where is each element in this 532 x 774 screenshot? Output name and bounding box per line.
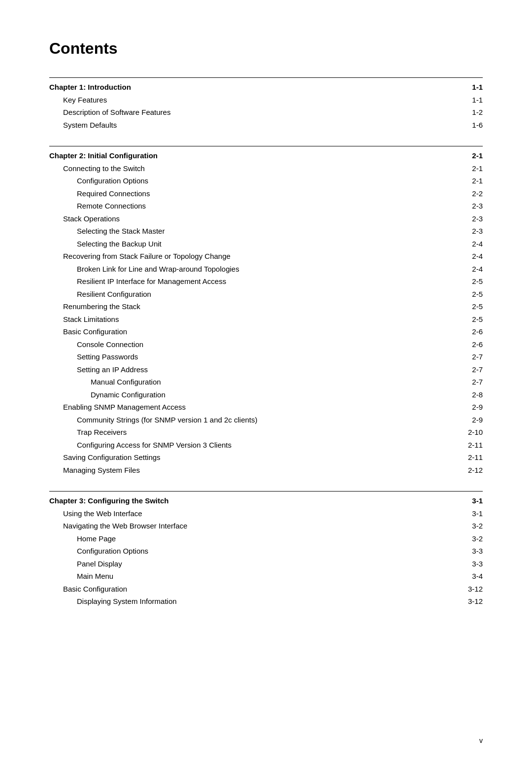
toc-entry: Renumbering the Stack2-5: [49, 300, 483, 313]
page-title: Contents: [49, 39, 483, 58]
toc-entry-label: Connecting to the Switch: [49, 162, 453, 175]
toc-entry: Basic Configuration2-6: [49, 325, 483, 338]
toc-entry: Stack Operations2-3: [49, 212, 483, 225]
toc-entry-label: Saving Configuration Settings: [49, 451, 453, 464]
toc-entry: Managing System Files2-12: [49, 464, 483, 477]
toc-entry-label: Dynamic Configuration: [49, 388, 453, 401]
toc-entry: Using the Web Interface3-1: [49, 507, 483, 520]
toc-entry-label: Home Page: [49, 532, 453, 545]
toc-entry: Main Menu3-4: [49, 570, 483, 583]
toc-entry: Configuration Options3-3: [49, 545, 483, 558]
toc-entry-page: 2-7: [453, 363, 483, 376]
toc-entry-label: Basic Configuration: [49, 583, 453, 596]
toc-entry-label: Basic Configuration: [49, 325, 453, 338]
toc-entry: Broken Link for Line and Wrap-around Top…: [49, 263, 483, 276]
toc-entry-label: Managing System Files: [49, 464, 453, 477]
toc-entry-page: 2-3: [453, 200, 483, 212]
toc-entry: Required Connections2-2: [49, 187, 483, 200]
toc-entry: Selecting the Stack Master2-3: [49, 225, 483, 238]
toc-entry-page: 2-6: [453, 338, 483, 351]
toc-entry-label: Required Connections: [49, 187, 453, 200]
toc-entry-page: 2-7: [453, 351, 483, 363]
toc-entry-page: 3-3: [453, 558, 483, 570]
chapter-label-chapter2: Chapter 2: Initial Configuration: [49, 149, 453, 162]
toc-entry-page: 2-1: [453, 175, 483, 187]
toc-entry-label: Selecting the Backup Unit: [49, 238, 453, 250]
chapter-page-chapter3: 3-1: [453, 494, 483, 507]
toc-entry-page: 2-11: [453, 451, 483, 464]
toc-entry: Home Page3-2: [49, 532, 483, 545]
toc-entry-page: 2-9: [453, 414, 483, 426]
toc-entry-page: 3-4: [453, 570, 483, 583]
toc-entry: System Defaults1-6: [49, 119, 483, 132]
toc-entry-page: 3-2: [453, 532, 483, 545]
toc-entry-label: Stack Operations: [49, 212, 453, 225]
toc-entry-label: Configuration Options: [49, 175, 453, 187]
toc-entry-label: Resilient IP Interface for Management Ac…: [49, 275, 453, 288]
toc-entry: Remote Connections2-3: [49, 200, 483, 212]
toc-entry: Setting an IP Address2-7: [49, 363, 483, 376]
toc-entry: Setting Passwords2-7: [49, 351, 483, 363]
toc-entry-label: Manual Configuration: [49, 376, 453, 388]
toc-entry-page: 2-3: [453, 212, 483, 225]
toc-entry-page: 2-6: [453, 325, 483, 338]
toc-entry-label: Recovering from Stack Failure or Topolog…: [49, 250, 453, 263]
toc-entry-label: System Defaults: [49, 119, 453, 132]
toc-entry-page: 3-12: [453, 583, 483, 596]
toc-entry-label: Navigating the Web Browser Interface: [49, 520, 453, 532]
toc-section-chapter1: Chapter 1: Introduction1-1Key Features1-…: [49, 77, 483, 131]
toc-entry: Enabling SNMP Management Access2-9: [49, 401, 483, 414]
divider-chapter1: [49, 77, 483, 78]
toc-entry-label: Resilient Configuration: [49, 288, 453, 301]
toc-entry-label: Configuration Options: [49, 545, 453, 558]
toc-entry-page: 2-5: [453, 313, 483, 326]
toc-entry-page: 3-3: [453, 545, 483, 558]
toc-entry-page: 2-10: [453, 426, 483, 439]
toc-entry-page: 2-5: [453, 288, 483, 301]
toc-entry: Configuration Options2-1: [49, 175, 483, 187]
toc-entry-page: 2-2: [453, 187, 483, 200]
toc-entry-label: Enabling SNMP Management Access: [49, 401, 453, 414]
toc-entry-page: 2-8: [453, 388, 483, 401]
chapter-row-chapter1: Chapter 1: Introduction1-1: [49, 81, 483, 94]
toc-entry: Console Connection2-6: [49, 338, 483, 351]
toc-entry-label: Setting an IP Address: [49, 363, 453, 376]
toc-section-chapter3: Chapter 3: Configuring the Switch3-1Usin…: [49, 491, 483, 608]
toc-entry: Recovering from Stack Failure or Topolog…: [49, 250, 483, 263]
toc-entry-page: 2-11: [453, 439, 483, 452]
toc-entry-page: 2-1: [453, 162, 483, 175]
toc-entry-page: 2-4: [453, 238, 483, 250]
toc-entry: Panel Display3-3: [49, 558, 483, 570]
toc-entry: Stack Limitations2-5: [49, 313, 483, 326]
toc-entry-page: 2-3: [453, 225, 483, 238]
toc-entry: Description of Software Features1-2: [49, 106, 483, 119]
toc-entry-label: Main Menu: [49, 570, 453, 583]
toc-entry-page: 2-4: [453, 250, 483, 263]
toc-entry: Manual Configuration2-7: [49, 376, 483, 388]
toc-entry-page: 2-4: [453, 263, 483, 276]
toc-entry: Resilient IP Interface for Management Ac…: [49, 275, 483, 288]
toc-entry-label: Description of Software Features: [49, 106, 453, 119]
toc-entry-label: Setting Passwords: [49, 351, 453, 363]
toc-entry: Trap Receivers2-10: [49, 426, 483, 439]
toc-entry-page: 2-5: [453, 275, 483, 288]
toc-entry-label: Stack Limitations: [49, 313, 453, 326]
toc-entry: Navigating the Web Browser Interface3-2: [49, 520, 483, 532]
toc-entry-page: 3-1: [453, 507, 483, 520]
toc-entry-label: Using the Web Interface: [49, 507, 453, 520]
toc-entry-page: 2-9: [453, 401, 483, 414]
toc-entry: Community Strings (for SNMP version 1 an…: [49, 414, 483, 426]
toc-entry: Key Features1-1: [49, 94, 483, 106]
toc-entry-label: Key Features: [49, 94, 453, 106]
toc-entry-label: Displaying System Information: [49, 595, 453, 608]
toc-entry-label: Console Connection: [49, 338, 453, 351]
toc-entry: Saving Configuration Settings2-11: [49, 451, 483, 464]
toc-entry-label: Community Strings (for SNMP version 1 an…: [49, 414, 453, 426]
toc-section-chapter2: Chapter 2: Initial Configuration2-1Conne…: [49, 146, 483, 476]
divider-chapter2: [49, 146, 483, 146]
chapter-row-chapter3: Chapter 3: Configuring the Switch3-1: [49, 494, 483, 507]
chapter-row-chapter2: Chapter 2: Initial Configuration2-1: [49, 149, 483, 162]
toc-entry-label: Panel Display: [49, 558, 453, 570]
toc-container: Chapter 1: Introduction1-1Key Features1-…: [49, 77, 483, 608]
toc-entry-page: 2-7: [453, 376, 483, 388]
